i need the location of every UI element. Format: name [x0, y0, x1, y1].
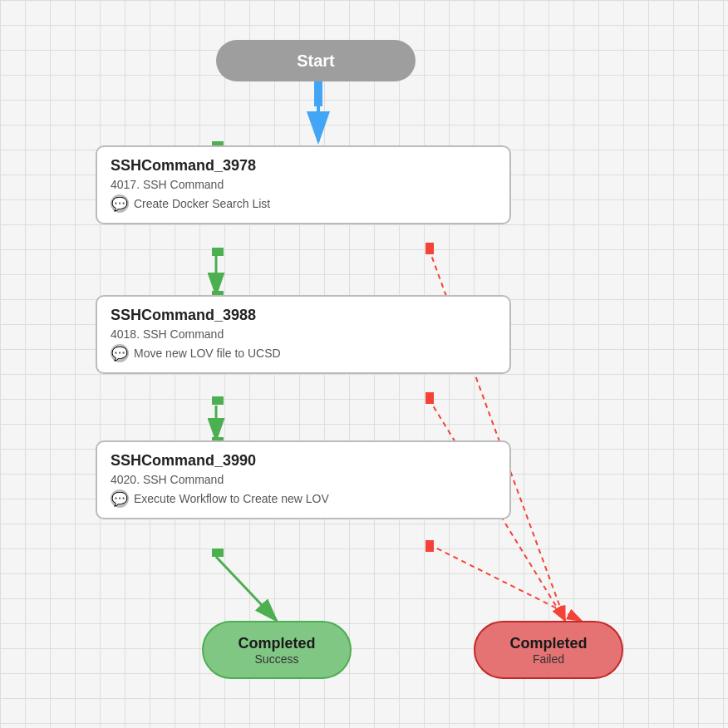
diagram-container: Start SSHCommand_3978 4017. SSH Command …	[0, 0, 728, 728]
connector-red-node1	[425, 243, 434, 254]
ssh-node-3-desc: Execute Workflow to Create new LOV	[111, 489, 496, 508]
connector-green-node3-out	[212, 548, 224, 557]
failed-subtitle: Failed	[533, 652, 564, 666]
connector-blue-top	[314, 81, 322, 106]
ssh-node-2: SSHCommand_3988 4018. SSH Command Move n…	[96, 295, 511, 374]
connector-green-node2-out	[212, 396, 224, 405]
completed-success-node: Completed Success	[202, 621, 352, 679]
svg-line-2	[216, 557, 277, 621]
chat-icon-1	[111, 194, 129, 213]
connector-red-node2	[425, 392, 434, 404]
chat-icon-2	[111, 344, 129, 362]
ssh-node-1-subtitle: 4017. SSH Command	[111, 178, 496, 191]
success-subtitle: Success	[255, 652, 299, 666]
ssh-node-2-title: SSHCommand_3988	[111, 307, 496, 324]
ssh-node-3-title: SSHCommand_3990	[111, 452, 496, 470]
ssh-node-3-subtitle: 4020. SSH Command	[111, 473, 496, 486]
ssh-node-1: SSHCommand_3978 4017. SSH Command Create…	[96, 145, 511, 224]
ssh-node-2-subtitle: 4018. SSH Command	[111, 327, 496, 341]
completed-failed-node: Completed Failed	[474, 621, 623, 679]
start-node: Start	[216, 40, 416, 81]
success-title: Completed	[238, 635, 315, 652]
failed-title: Completed	[509, 635, 587, 652]
ssh-node-2-desc: Move new LOV file to UCSD	[111, 344, 496, 362]
connector-green-node1-out	[212, 248, 224, 256]
ssh-node-1-desc: Create Docker Search List	[111, 194, 496, 213]
chat-icon-3	[111, 489, 129, 508]
start-label: Start	[297, 52, 335, 71]
ssh-node-1-title: SSHCommand_3978	[111, 157, 496, 175]
ssh-node-3: SSHCommand_3990 4020. SSH Command Execut…	[96, 440, 511, 519]
svg-line-5	[429, 544, 582, 621]
connector-red-node3	[425, 540, 434, 552]
